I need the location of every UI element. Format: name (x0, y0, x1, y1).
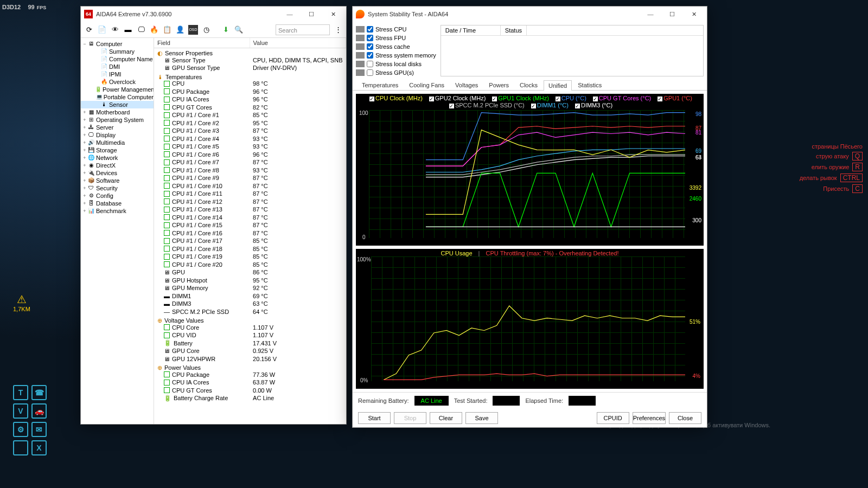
tab-clocks[interactable]: Clocks (515, 80, 542, 90)
titlebar[interactable]: 64 AIDA64 Extreme v7.30.6900 — ☐ ✕ (81, 7, 346, 22)
sensor-row[interactable]: CPU #1 / Core #295 °C (154, 119, 346, 127)
sensor-row[interactable]: CPU98 °C (154, 80, 346, 88)
sensor-row[interactable]: CPU #1 / Core #1785 °C (154, 237, 346, 245)
refresh-icon[interactable]: ⟳ (84, 25, 94, 35)
tab-unified[interactable]: Unified (544, 80, 572, 91)
sensor-row[interactable]: CPU #1 / Core #1587 °C (154, 221, 346, 229)
tree-node-server[interactable]: +🖧Server (81, 124, 154, 131)
tree-node-storage[interactable]: +💾Storage (81, 146, 154, 154)
disk-icon[interactable]: 👁 (110, 25, 120, 35)
stress-option[interactable]: Stress GPU(s) (356, 68, 436, 76)
sensor-row[interactable]: 🖥GPU86 °C (154, 268, 346, 277)
tree-node-ipmi[interactable]: 📄IPMI (81, 70, 154, 78)
tab-statistics[interactable]: Statistics (573, 80, 607, 90)
tab-powers[interactable]: Powers (484, 80, 514, 90)
sensor-row[interactable]: CPU #1 / Core #2085 °C (154, 261, 346, 269)
tree-node-security[interactable]: +🛡Security (81, 184, 154, 192)
gauge-icon[interactable]: ◷ (201, 25, 211, 35)
close-button[interactable]: Close (669, 412, 701, 424)
sensor-row[interactable]: CPU #1 / Core #1287 °C (154, 198, 346, 206)
sensor-row[interactable]: ▬DIMM169 °C (154, 292, 346, 300)
graph-tabs[interactable]: TemperaturesCooling FansVoltagesPowersCl… (353, 80, 707, 91)
col-field[interactable]: Field (154, 38, 250, 48)
sensor-row[interactable]: CPU #1 / Core #696 °C (154, 151, 346, 159)
sensor-row[interactable]: CPU #1 / Core #387 °C (154, 127, 346, 135)
tree-node-dmi[interactable]: 📄DMI (81, 63, 154, 70)
sensor-row[interactable]: CPU #1 / Core #987 °C (154, 174, 346, 182)
stop-button[interactable]: Stop (394, 412, 426, 424)
user-icon[interactable]: 👤 (175, 25, 185, 35)
sensor-row[interactable]: 🖥Sensor TypeCPU, HDD, DIMM TS, ACPI, SNB (154, 56, 346, 65)
tab-voltages[interactable]: Voltages (450, 80, 483, 90)
tree-node-motherboard[interactable]: +▦Motherboard (81, 108, 154, 116)
tree-node-power-management[interactable]: 🔋Power Management (81, 86, 154, 93)
tree-node-network[interactable]: +🌐Network (81, 154, 154, 162)
close-button[interactable]: ✕ (322, 11, 344, 18)
cpuid-button[interactable]: CPUID (597, 412, 629, 424)
sensor-row[interactable]: CPU IA Cores63.87 W (154, 378, 346, 387)
save-button[interactable]: Save (465, 412, 498, 424)
sensor-row[interactable]: CPU #1 / Core #1387 °C (154, 206, 346, 214)
sensor-row[interactable]: 🖥GPU Hotspot95 °C (154, 277, 346, 285)
sensor-row[interactable]: ▬DIMM363 °C (154, 300, 346, 308)
sensor-row[interactable]: CPU VID1.107 V (154, 331, 346, 339)
tree-node-operating-system[interactable]: +⊞Operating System (81, 116, 154, 124)
tree-node-software[interactable]: +📦Software (81, 177, 154, 184)
sensor-row[interactable]: CPU Package77.36 W (154, 371, 346, 379)
minimize-button[interactable]: — (640, 11, 661, 17)
download-icon[interactable]: ⬇ (221, 25, 231, 35)
nav-tree[interactable]: −🖥Computer📄Summary📄Computer Name📄DMI📄IPM… (81, 38, 154, 424)
tree-node-directx[interactable]: +◉DirectX (81, 162, 154, 169)
sensor-row[interactable]: CPU #1 / Core #1885 °C (154, 245, 346, 253)
sensor-row[interactable]: CPU #1 / Core #1985 °C (154, 253, 346, 261)
sensor-row[interactable]: CPU #1 / Core #1687 °C (154, 229, 346, 237)
tab-temperatures[interactable]: Temperatures (357, 80, 403, 90)
sensor-row[interactable]: CPU #1 / Core #893 °C (154, 166, 346, 175)
tree-node-database[interactable]: +🗄Database (81, 200, 154, 207)
sensor-row[interactable]: CPU GT Cores0.00 W (154, 387, 346, 395)
flame-icon[interactable]: 🔥 (149, 25, 159, 35)
close-button[interactable]: ✕ (683, 11, 705, 18)
titlebar[interactable]: System Stability Test - AIDA64 — ☐ ✕ (353, 7, 707, 22)
sensor-row[interactable]: 🖥GPU Memory92 °C (154, 284, 346, 292)
osd-icon[interactable]: OSD (188, 25, 198, 35)
sensor-row[interactable]: CPU #1 / Core #1087 °C (154, 182, 346, 190)
search-icon[interactable]: 🔍 (234, 25, 244, 35)
sensor-row[interactable]: 🖥GPU 12VHPWR20.156 V (154, 355, 346, 363)
stress-option[interactable]: Stress local disks (356, 60, 436, 68)
search-input[interactable]: Search (276, 24, 330, 35)
start-button[interactable]: Start (358, 412, 391, 424)
aida64-main-window[interactable]: 64 AIDA64 Extreme v7.30.6900 — ☐ ✕ ⟳ 📄 👁… (80, 6, 347, 425)
sensor-row[interactable]: CPU GT Cores82 °C (154, 104, 346, 112)
stress-option[interactable]: Stress FPU (356, 34, 436, 42)
sensor-row[interactable]: CPU Core1.107 V (154, 324, 346, 332)
report-icon[interactable]: 📄 (97, 25, 107, 35)
sensor-row[interactable]: CPU #1 / Core #593 °C (154, 143, 346, 151)
clipboard-icon[interactable]: 📋 (162, 25, 172, 35)
tree-node-display[interactable]: +🖵Display (81, 131, 154, 139)
tree-node-config[interactable]: +⚙Config (81, 192, 154, 200)
memory-icon[interactable]: ▬ (123, 25, 133, 35)
monitor-icon[interactable]: 🖵 (136, 25, 146, 35)
sensor-row[interactable]: CPU #1 / Core #1487 °C (154, 214, 346, 222)
sensor-row[interactable]: 🖥GPU Sensor TypeDriver (NV-DRV) (154, 64, 346, 72)
sensor-row[interactable]: —SPCC M.2 PCIe SSD64 °C (154, 308, 346, 316)
maximize-button[interactable]: ☐ (301, 11, 322, 18)
clear-button[interactable]: Clear (430, 412, 462, 424)
sensor-row[interactable]: 🔋Battery Charge RateAC Line (154, 394, 346, 402)
menu-icon[interactable]: ⋮ (333, 25, 343, 35)
sensor-row[interactable]: 🔋Battery17.431 V (154, 339, 346, 348)
sensor-row[interactable]: CPU #1 / Core #493 °C (154, 135, 346, 143)
tab-cooling-fans[interactable]: Cooling Fans (404, 80, 449, 90)
sensor-row[interactable]: CPU IA Cores96 °C (154, 95, 346, 104)
tree-node-summary[interactable]: 📄Summary (81, 48, 154, 55)
sensor-row[interactable]: CPU #1 / Core #1187 °C (154, 190, 346, 198)
sensor-row[interactable]: 🖥GPU Core0.925 V (154, 347, 346, 355)
stability-test-window[interactable]: System Stability Test - AIDA64 — ☐ ✕ Str… (352, 6, 707, 428)
tree-node-portable-computer[interactable]: 💻Portable Computer (81, 93, 154, 101)
tree-node-sensor[interactable]: 🌡Sensor (81, 101, 154, 108)
sensor-row[interactable]: CPU #1 / Core #185 °C (154, 111, 346, 119)
stress-option[interactable]: Stress CPU (356, 25, 436, 33)
minimize-button[interactable]: — (279, 11, 301, 17)
tree-node-multimedia[interactable]: +🔊Multimedia (81, 139, 154, 146)
